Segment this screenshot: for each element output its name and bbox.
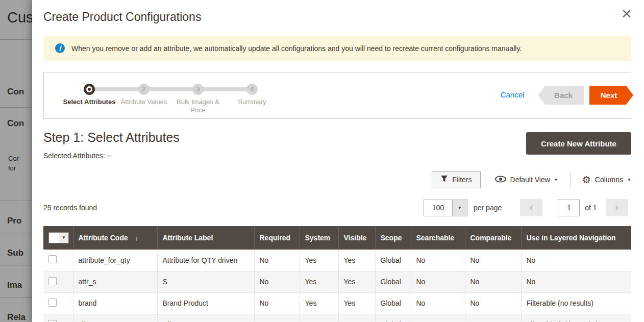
filter-funnel-icon — [440, 175, 448, 184]
cell-attribute-code: climate — [73, 314, 157, 322]
cell-system: Yes — [300, 292, 338, 314]
cell-required: No — [254, 292, 300, 314]
column-header-label: System — [305, 234, 331, 242]
page-of-label: of 1 — [585, 204, 597, 212]
cell-scope: Global — [375, 292, 411, 314]
gear-icon: ⚙ — [582, 175, 591, 185]
sort-arrow-icon: ↓ — [135, 234, 139, 242]
table-row: attr_s S No Yes Yes Global No No No — [43, 271, 631, 292]
row-checkbox[interactable] — [48, 299, 57, 307]
table-row: climate Climate No Yes Yes Global No No … — [43, 314, 631, 322]
step-1-label[interactable]: Select Attributes — [60, 98, 119, 106]
cell-comparable: No — [465, 292, 521, 314]
cell-searchable: No — [411, 250, 465, 271]
cancel-button[interactable]: Cancel — [493, 86, 532, 104]
stepper-track — [89, 87, 252, 91]
cell-system: Yes — [300, 314, 338, 322]
column-header-system[interactable]: System — [300, 226, 338, 250]
cell-comparable: No — [465, 314, 521, 322]
cell-required: No — [254, 271, 300, 292]
cell-visible: Yes — [338, 250, 375, 271]
row-select-cell — [43, 250, 73, 271]
column-header-label: Attribute Label — [163, 234, 213, 242]
per-page-select[interactable]: 100 ▼ — [424, 200, 467, 216]
notice-banner: i When you remove or add an attribute, w… — [43, 36, 631, 61]
select-all-control[interactable]: ▼ — [48, 232, 69, 243]
column-header-label: Comparable — [470, 234, 512, 242]
row-checkbox[interactable] — [48, 255, 57, 263]
back-button[interactable]: Back — [538, 86, 584, 105]
pagination: 100 ▼ per page ‹ of 1 › — [424, 199, 631, 216]
cell-attribute-code: brand — [73, 292, 157, 314]
column-header-layered-navigation[interactable]: Use in Layered Navigation — [521, 226, 631, 250]
attributes-grid: ▼ Attribute Code ↓ Attribute Label Requi… — [43, 226, 631, 322]
eye-icon — [495, 176, 506, 184]
step-1-indicator — [84, 84, 95, 95]
next-button[interactable]: Next — [589, 86, 633, 105]
notice-text: When you remove or add an attribute, we … — [71, 44, 522, 53]
page-number-input[interactable] — [558, 200, 580, 216]
chevron-down-icon: ▼ — [627, 178, 631, 182]
cell-system: Yes — [300, 271, 338, 292]
cell-layered-navigation: Filterable (no results) — [521, 292, 631, 314]
grid-toolbar: Filters Default View ▼ ⚙ Columns ▼ — [425, 170, 631, 189]
create-product-configurations-modal: Create Product Configurations × i When y… — [32, 0, 644, 322]
row-checkbox[interactable] — [48, 320, 57, 322]
cell-required: No — [254, 314, 300, 322]
step-2-label: Attribute Values — [114, 98, 174, 106]
cell-comparable: No — [465, 271, 521, 292]
column-header-comparable[interactable]: Comparable — [465, 226, 521, 250]
column-header-scope[interactable]: Scope — [375, 226, 411, 250]
cell-layered-navigation: No — [521, 250, 631, 271]
close-icon[interactable]: × — [618, 3, 635, 23]
cell-layered-navigation: No — [521, 271, 631, 292]
columns-control[interactable]: ⚙ Columns ▼ — [582, 175, 631, 185]
row-checkbox[interactable] — [48, 277, 57, 285]
step-3-indicator: 3 — [192, 84, 204, 95]
cell-searchable: No — [411, 271, 465, 292]
column-header-label: Scope — [381, 234, 402, 242]
filters-button-label: Filters — [452, 176, 472, 184]
cell-required: No — [254, 250, 300, 271]
cell-visible: Yes — [338, 271, 375, 292]
column-header-label: Use in Layered Navigation — [527, 234, 616, 242]
column-header-visible[interactable]: Visible — [338, 226, 375, 250]
cell-attribute-label: Brand Product — [157, 292, 254, 314]
row-select-cell — [43, 271, 73, 292]
table-row: brand Brand Product No Yes Yes Global No… — [43, 292, 631, 314]
cell-scope: Global — [375, 314, 411, 322]
cell-attribute-code: attribute_for_qty — [73, 250, 157, 271]
cell-scope: Global — [375, 271, 411, 292]
records-count: 25 records found — [43, 204, 97, 212]
next-page-button[interactable]: › — [606, 199, 628, 216]
step-2-indicator: 2 — [138, 84, 150, 95]
cell-attribute-label: Attribute for QTY driven — [157, 250, 254, 271]
cell-comparable: No — [465, 250, 521, 271]
column-header-label: Required — [260, 234, 291, 242]
cell-layered-navigation: Filterable (with results) — [521, 314, 631, 322]
select-all-checkbox[interactable] — [49, 233, 59, 243]
column-header-label: Attribute Code — [79, 234, 128, 242]
step-3-label: Bulk Images & Price — [168, 98, 228, 115]
column-header-attribute-label[interactable]: Attribute Label — [157, 226, 254, 250]
cell-scope: Global — [375, 250, 411, 271]
cell-attribute-label: Climate — [157, 314, 254, 322]
filters-button[interactable]: Filters — [432, 171, 480, 188]
chevron-down-icon: ▼ — [452, 200, 467, 216]
view-switcher-label: Default View — [510, 176, 550, 184]
view-switcher[interactable]: Default View ▼ — [495, 176, 558, 184]
row-select-cell — [43, 292, 73, 314]
table-row: attribute_for_qty Attribute for QTY driv… — [43, 250, 631, 271]
grid-body: attribute_for_qty Attribute for QTY driv… — [43, 250, 631, 322]
screen: Cus Con Con Cor for Pro Sub Ima Rela Cre… — [0, 0, 644, 322]
previous-page-button[interactable]: ‹ — [520, 199, 542, 216]
column-header-searchable[interactable]: Searchable — [411, 226, 465, 250]
cell-attribute-label: S — [157, 271, 254, 292]
column-header-label: Searchable — [416, 234, 455, 242]
divider — [571, 172, 571, 187]
column-header-required[interactable]: Required — [254, 226, 300, 250]
create-new-attribute-button[interactable]: Create New Attribute — [526, 132, 631, 155]
cell-visible: Yes — [338, 314, 375, 322]
column-header-attribute-code[interactable]: Attribute Code ↓ — [73, 226, 157, 250]
chevron-down-icon: ▼ — [59, 233, 68, 243]
